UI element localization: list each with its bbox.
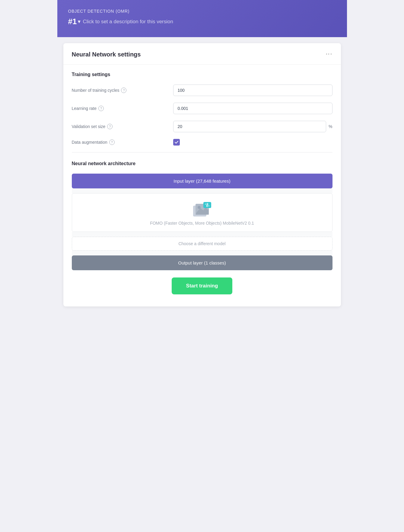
card-title: Neural Network settings bbox=[72, 51, 141, 58]
training-settings-title: Training settings bbox=[72, 72, 332, 77]
header: OBJECT DETECTION (OMR) #1 ▾ Click to set… bbox=[57, 0, 347, 37]
input-layer-bar: Input layer (27,648 features) bbox=[72, 174, 332, 188]
validation-size-row: Validation set size ? % bbox=[72, 121, 332, 132]
version-badge[interactable]: #1 ▾ bbox=[68, 17, 81, 26]
architecture-title: Neural network architecture bbox=[72, 161, 332, 166]
main-card: Neural Network settings ⋮ Training setti… bbox=[63, 43, 341, 306]
architecture-section: Neural network architecture Input layer … bbox=[72, 161, 332, 297]
card-header: Neural Network settings ⋮ bbox=[63, 43, 341, 65]
validation-size-help-icon[interactable]: ? bbox=[107, 124, 113, 129]
data-augmentation-label-text: Data augmentation bbox=[72, 140, 107, 145]
learning-rate-row: Learning rate ? bbox=[72, 103, 332, 114]
arch-gap-1 bbox=[72, 188, 332, 193]
training-cycles-input[interactable] bbox=[173, 85, 332, 96]
version-number: #1 bbox=[68, 17, 77, 26]
page-title: OBJECT DETECTION (OMR) bbox=[68, 8, 336, 14]
validation-size-input[interactable] bbox=[173, 121, 326, 132]
card-body: Training settings Number of training cyc… bbox=[63, 65, 341, 306]
title-text: OBJECT DETECTION bbox=[68, 9, 114, 14]
percent-suffix: % bbox=[329, 124, 332, 129]
section-divider bbox=[72, 152, 332, 152]
choose-model-button[interactable]: Choose a different model bbox=[72, 237, 332, 251]
validation-size-input-group: % bbox=[173, 121, 332, 132]
input-layer-label: Input layer (27,648 features) bbox=[173, 178, 230, 184]
output-layer-label: Output layer (1 classes) bbox=[178, 260, 226, 265]
model-icon-wrapper bbox=[77, 202, 327, 216]
model-icon bbox=[193, 202, 211, 216]
architecture-layers: Input layer (27,648 features) bbox=[72, 174, 332, 270]
data-augmentation-row: Data augmentation ? bbox=[72, 139, 332, 146]
arch-gap-3 bbox=[72, 251, 332, 255]
start-training-button[interactable]: Start training bbox=[172, 277, 233, 294]
learning-rate-label-text: Learning rate bbox=[72, 106, 97, 111]
checkmark-icon bbox=[174, 140, 179, 144]
training-cycles-label: Number of training cycles ? bbox=[72, 88, 168, 93]
chevron-down-icon[interactable]: ▾ bbox=[78, 19, 80, 24]
data-augmentation-checkbox[interactable] bbox=[173, 139, 180, 146]
model-name-label: FOMO (Faster Objects, More Objects) Mobi… bbox=[77, 221, 327, 226]
more-options-icon[interactable]: ⋮ bbox=[325, 51, 333, 58]
arrows-icon bbox=[205, 203, 210, 207]
start-training-wrapper: Start training bbox=[72, 270, 332, 297]
version-row: #1 ▾ Click to set a description for this… bbox=[68, 17, 336, 26]
validation-size-label-text: Validation set size bbox=[72, 124, 106, 129]
start-training-label: Start training bbox=[186, 283, 218, 289]
learning-rate-help-icon[interactable]: ? bbox=[98, 106, 104, 111]
arch-gap-2 bbox=[72, 232, 332, 237]
training-cycles-help-icon[interactable]: ? bbox=[121, 88, 126, 93]
data-augmentation-label: Data augmentation ? bbox=[72, 139, 168, 145]
training-cycles-label-text: Number of training cycles bbox=[72, 88, 119, 93]
training-cycles-row: Number of training cycles ? bbox=[72, 85, 332, 96]
learning-rate-input[interactable] bbox=[173, 103, 332, 114]
learning-rate-label: Learning rate ? bbox=[72, 106, 168, 111]
page-wrapper: OBJECT DETECTION (OMR) #1 ▾ Click to set… bbox=[57, 0, 347, 532]
arrows-badge bbox=[203, 202, 211, 208]
output-layer-bar: Output layer (1 classes) bbox=[72, 255, 332, 270]
choose-model-label: Choose a different model bbox=[178, 241, 225, 246]
version-description[interactable]: Click to set a description for this vers… bbox=[83, 19, 173, 25]
validation-size-label: Validation set size ? bbox=[72, 124, 168, 129]
subtitle-text: (OMR) bbox=[116, 9, 129, 14]
data-augmentation-help-icon[interactable]: ? bbox=[109, 139, 115, 145]
data-augmentation-checkbox-wrapper bbox=[173, 139, 180, 146]
model-card[interactable]: FOMO (Faster Objects, More Objects) Mobi… bbox=[72, 193, 332, 232]
